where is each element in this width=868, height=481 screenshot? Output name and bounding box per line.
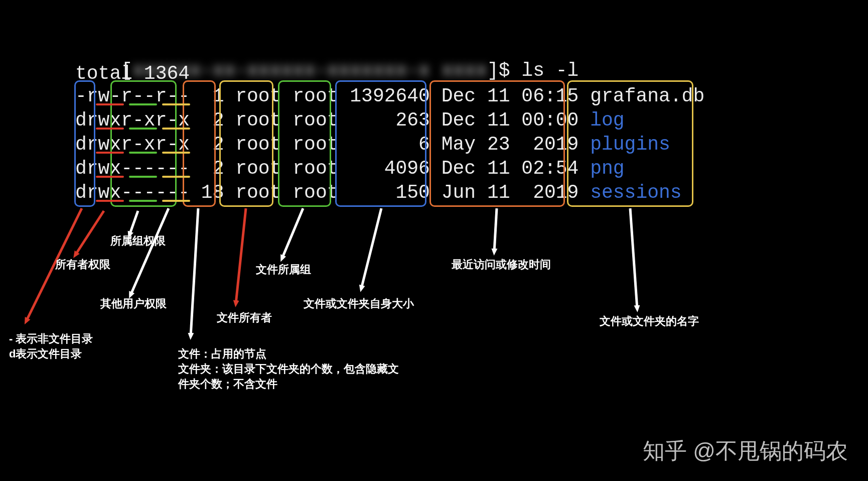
perm-underline [96,152,124,154]
perm-underline [162,152,190,154]
label-size: 文件或文件夹自身大小 [304,296,414,311]
perm-underline [96,128,124,130]
label-date: 最近访问或修改时间 [452,257,551,272]
svg-line-6 [282,208,303,259]
col-box-perm-other [110,80,177,207]
label-owner: 文件所有者 [217,310,272,325]
perm-underline [96,103,124,105]
col-box-size [335,80,426,207]
perm-underline [129,128,157,130]
perm-underline [162,176,190,178]
svg-line-7 [361,208,381,289]
label-filetype: - 表示非文件目录 d表示文件目录 [9,331,93,362]
label-name: 文件或文件夹的名字 [600,314,699,329]
label-owner-perm: 所有者权限 [55,257,110,272]
col-box-name [567,80,693,207]
perm-underline [96,176,124,178]
col-box-links [183,80,216,207]
perm-underline [129,176,157,178]
svg-line-3 [130,208,169,295]
watermark: 知乎 @不甩锅的码农 [643,436,848,466]
col-box-date [429,80,565,207]
label-other-perm: 其他用户权限 [100,296,167,311]
perm-underline [162,103,190,105]
label-group-perm: 所属组权限 [110,233,166,249]
svg-line-4 [191,208,198,336]
svg-line-5 [236,208,246,304]
svg-line-9 [630,208,637,309]
col-box-owner [219,80,273,207]
perm-underline [129,200,157,202]
svg-line-2 [129,211,138,235]
perm-underline [129,103,157,105]
perm-underline [129,152,157,154]
col-box-group [278,80,331,207]
label-group: 文件所属组 [256,262,311,277]
svg-line-1 [75,211,104,255]
svg-line-8 [494,208,497,252]
perm-underline [162,128,190,130]
perm-underline [162,200,190,202]
command-text: ls -l [521,60,578,81]
col-box-filetype [74,80,95,207]
label-links: 文件：占用的节点 文件夹：该目录下文件夹的个数，包含隐藏文 件夹个数；不含文件 [178,346,399,392]
perm-underline [96,200,124,202]
